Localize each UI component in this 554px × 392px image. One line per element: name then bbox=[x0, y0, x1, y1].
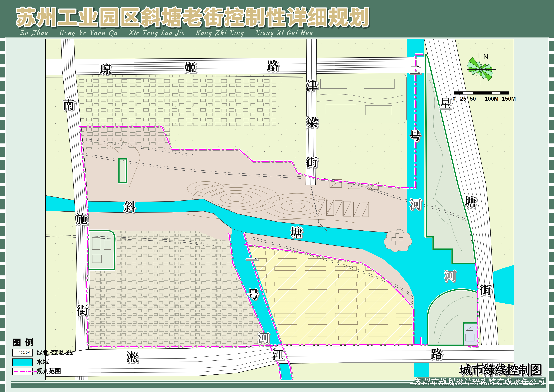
svg-text:50: 50 bbox=[470, 96, 476, 102]
svg-text:0: 0 bbox=[452, 96, 456, 102]
svg-text:100M: 100M bbox=[485, 96, 499, 102]
svg-text:20. 0M: 20. 0M bbox=[21, 351, 30, 354]
svg-text:N: N bbox=[483, 53, 488, 61]
svg-text:150M: 150M bbox=[502, 96, 516, 102]
svg-text:25: 25 bbox=[460, 96, 466, 102]
